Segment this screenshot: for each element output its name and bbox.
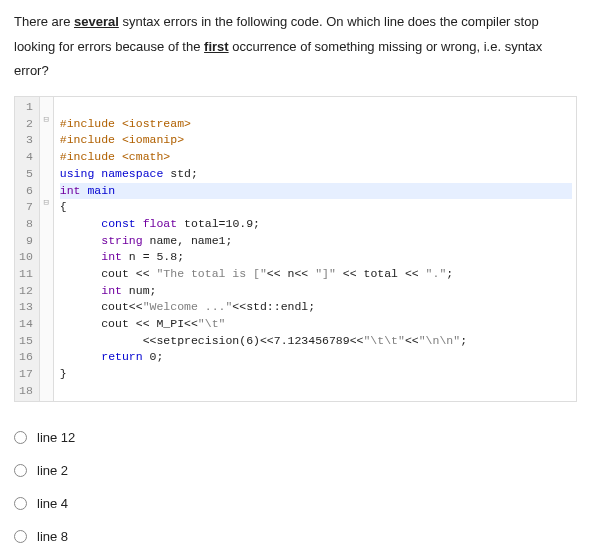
code-line: int main <box>60 183 572 200</box>
line-number: 8 <box>19 216 33 233</box>
line-number: 10 <box>19 249 33 266</box>
fold-marker <box>40 381 53 398</box>
q-text-1: There are <box>14 14 74 29</box>
answer-option[interactable]: line 12 <box>14 430 577 445</box>
fold-marker <box>40 264 53 281</box>
code-line <box>60 383 572 400</box>
fold-gutter: ⊟⊟ <box>40 97 54 401</box>
code-line: cout<<"Welcome ..."<<std::endl; <box>60 299 572 316</box>
line-number: 2 <box>19 116 33 133</box>
line-number: 5 <box>19 166 33 183</box>
code-line: <<setprecision(6)<<7.123456789<<"\t\t"<<… <box>60 333 572 350</box>
fold-marker <box>40 164 53 181</box>
code-line: cout << "The total is ["<< n<< "]" << to… <box>60 266 572 283</box>
q-emph-2: first <box>204 39 229 54</box>
code-line: return 0; <box>60 349 572 366</box>
answer-option[interactable]: line 2 <box>14 463 577 478</box>
fold-marker <box>40 347 53 364</box>
code-line: #include <cmath> <box>60 149 572 166</box>
option-label: line 8 <box>37 529 68 544</box>
fold-marker <box>40 247 53 264</box>
line-number: 4 <box>19 149 33 166</box>
radio-icon[interactable] <box>14 497 27 510</box>
fold-marker <box>40 181 53 198</box>
q-emph-1: several <box>74 14 119 29</box>
radio-icon[interactable] <box>14 431 27 444</box>
option-label: line 12 <box>37 430 75 445</box>
option-label: line 4 <box>37 496 68 511</box>
line-number: 1 <box>19 99 33 116</box>
code-line: #include <iostream> <box>60 116 572 133</box>
code-line: int num; <box>60 283 572 300</box>
answer-options: line 12line 2line 4line 8line 6line 16 <box>14 430 577 550</box>
answer-option[interactable]: line 8 <box>14 529 577 544</box>
radio-icon[interactable] <box>14 464 27 477</box>
question-text: There are several syntax errors in the f… <box>14 10 577 84</box>
fold-marker <box>40 214 53 231</box>
line-number: 9 <box>19 233 33 250</box>
line-number-gutter: 123456789101112131415161718 <box>15 97 40 401</box>
fold-marker <box>40 331 53 348</box>
fold-marker <box>40 231 53 248</box>
code-line: const float total=10.9; <box>60 216 572 233</box>
fold-marker <box>40 97 53 114</box>
line-number: 12 <box>19 283 33 300</box>
line-number: 13 <box>19 299 33 316</box>
fold-marker <box>40 130 53 147</box>
line-number: 15 <box>19 333 33 350</box>
code-line: } <box>60 366 572 383</box>
line-number: 11 <box>19 266 33 283</box>
fold-marker: ⊟ <box>40 114 53 131</box>
code-line: using namespace std; <box>60 166 572 183</box>
line-number: 6 <box>19 183 33 200</box>
code-line: { <box>60 199 572 216</box>
fold-marker <box>40 147 53 164</box>
option-label: line 2 <box>37 463 68 478</box>
code-line: cout << M_PI<<"\t" <box>60 316 572 333</box>
fold-marker <box>40 281 53 298</box>
code-line: string name, name1; <box>60 233 572 250</box>
line-number: 3 <box>19 132 33 149</box>
code-lines: #include <iostream>#include <iomanip>#in… <box>54 97 576 401</box>
fold-marker <box>40 364 53 381</box>
fold-marker <box>40 314 53 331</box>
line-number: 17 <box>19 366 33 383</box>
line-number: 16 <box>19 349 33 366</box>
answer-option[interactable]: line 4 <box>14 496 577 511</box>
fold-marker: ⊟ <box>40 197 53 214</box>
code-line: int n = 5.8; <box>60 249 572 266</box>
code-line: #include <iomanip> <box>60 132 572 149</box>
fold-marker <box>40 297 53 314</box>
radio-icon[interactable] <box>14 530 27 543</box>
line-number: 7 <box>19 199 33 216</box>
code-block: 123456789101112131415161718 ⊟⊟ #include … <box>14 96 577 402</box>
line-number: 14 <box>19 316 33 333</box>
line-number: 18 <box>19 383 33 400</box>
code-line <box>60 99 572 116</box>
